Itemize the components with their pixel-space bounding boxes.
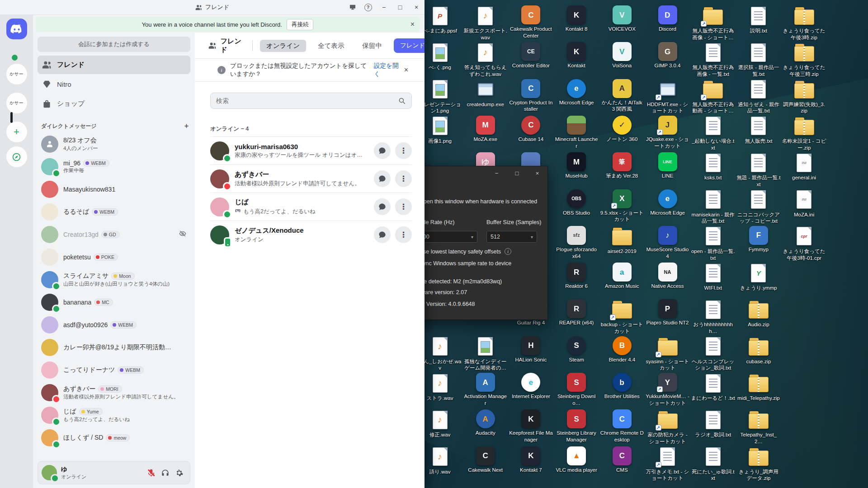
desktop-icon[interactable]: ↗無人販売不正行為画像 - ショートカッ…	[690, 5, 736, 41]
desktop-icon[interactable]: Minecraft Launcher	[554, 116, 599, 149]
dm-item[interactable]: bananana MC	[38, 291, 190, 314]
desktop-icon[interactable]: まにわーるど！.txt	[690, 373, 736, 402]
desktop-icon[interactable]: ↗万引きメモ.txt - ショートカット	[645, 446, 690, 482]
discord-home-button[interactable]	[6, 19, 27, 39]
desktop-icon[interactable]: きょうり_調声用データ.zip	[736, 446, 781, 482]
tab-all[interactable]: 全て表示	[311, 40, 350, 52]
desktop-icon[interactable]: CCubase 14	[508, 116, 553, 143]
friend-row[interactable]: じば もう高2だってよ、だるいね ⋮	[210, 192, 412, 221]
desktop-icon[interactable]: OBSOBS Studio	[554, 189, 599, 216]
desktop-icon[interactable]: AActivation Manager	[463, 373, 508, 406]
desktop-icon[interactable]: GGIMP 3.0.4	[645, 42, 690, 69]
add-friend-button[interactable]: フレンドを追加	[394, 38, 425, 53]
desktop-icon[interactable]: airset2-2019	[599, 226, 645, 255]
desktop-icon[interactable]: ↗syasinn - ショートカット	[645, 336, 690, 371]
dialog-maximize-button[interactable]: □	[507, 166, 527, 180]
dm-item[interactable]: カレー卯丼@8/19より期限不明活動…	[38, 336, 190, 359]
desktop-icon[interactable]: aAmazon Music	[599, 263, 645, 290]
dm-item[interactable]: ほしくず / SD meow	[38, 427, 190, 449]
desktop-icon[interactable]: KKontakt 7	[508, 446, 553, 474]
desktop-icon[interactable]: Audio.zip	[736, 299, 781, 328]
desktop-icon[interactable]: Yきょうり.ymmp	[736, 263, 781, 291]
server-icon-text[interactable]: かサー	[6, 64, 27, 84]
tab-online[interactable]: オンライン	[260, 40, 306, 52]
popout-monitor-icon[interactable]	[345, 0, 360, 15]
desktop-icon[interactable]: bBrother Utilities	[599, 373, 645, 400]
desktop-icon[interactable]: KKontakt 8	[554, 5, 599, 33]
desktop-icon[interactable]: KKeepforest File Manager	[508, 409, 553, 443]
banner-close-icon[interactable]: ×	[410, 20, 415, 28]
dm-item[interactable]: Masayukisnow831	[38, 178, 190, 201]
desktop-icon[interactable]: VVoiSona	[599, 42, 645, 69]
desktop-icon[interactable]: 通知うぜえ - 親作品一覧.txt	[736, 79, 781, 114]
desktop-icon[interactable]: DDiscord	[645, 5, 690, 33]
desktop-icon[interactable]: 孤独なインディーゲーム開発者の一生…	[463, 336, 508, 371]
desktop-icon[interactable]: ▲VLC media player	[554, 446, 599, 474]
desktop-icon[interactable]: おうhhhhhhhhhhh…	[690, 299, 736, 334]
more-button[interactable]: ⋮	[395, 198, 412, 215]
desktop-icon[interactable]: ✓ノートン 360	[599, 116, 645, 143]
desktop-icon[interactable]: きょうり食ってた午後三時.zip	[782, 42, 827, 77]
desktop-icon[interactable]: ♪答え知ってもらえずわこれ.wav	[463, 42, 508, 77]
explore-servers-button[interactable]	[6, 146, 27, 167]
desktop-icon[interactable]: ヘルスコンプレッション_歌詞.txt	[690, 336, 736, 371]
desktop-icon[interactable]: RREAPER (x64)	[554, 299, 599, 326]
desktop-icon[interactable]: createdump.exe	[463, 79, 508, 108]
desktop-icon[interactable]: CCrypton Product Installer	[508, 79, 553, 113]
desktop-icon[interactable]: X↗9.5.xlsx - ショートカット	[599, 189, 645, 223]
settings-button[interactable]	[172, 466, 186, 480]
more-button[interactable]: ⋮	[395, 226, 412, 243]
desktop-icon[interactable]: CEController Editor	[508, 42, 553, 69]
desktop-icon[interactable]: AAudacity	[463, 409, 508, 436]
desktop-icon[interactable]: HHALion Sonic	[508, 336, 553, 363]
dialog-minimize-button[interactable]: −	[486, 166, 507, 180]
desktop-icon[interactable]: Y↗YukkunMovieM… - ショートカット	[645, 373, 690, 406]
open-settings-link[interactable]: 設定を開く	[374, 62, 400, 78]
desktop-icon[interactable]: CCMS	[599, 446, 645, 474]
desktop-icon[interactable]: ↗家の防犯カメラ - ショートカット	[645, 409, 690, 445]
desktop-icon[interactable]: eInternet Explorer	[508, 373, 553, 400]
more-button[interactable]: ⋮	[395, 170, 412, 187]
desktop-icon[interactable]: J↗JQuake.exe - ショートカット	[645, 116, 690, 149]
desktop-icon[interactable]: manisekarin - 親作品一覧.txt	[690, 189, 736, 225]
desktop-icon[interactable]: KKontakt	[554, 42, 599, 69]
message-button[interactable]	[374, 142, 391, 159]
dm-item[interactable]: スライムアミサ Moon 山田と山田が好き(山田リョウと笑う4体の山)	[38, 268, 190, 291]
desktop-icon[interactable]: NANative Access	[645, 263, 690, 290]
friend-row[interactable]: あずきバー 活動者様以外原則フレンド申請許可してません。 ⋮	[210, 164, 412, 192]
desktop-icon[interactable]: ↗backup - ショートカット	[599, 299, 645, 334]
dm-item[interactable]: るるそば WEBM	[38, 201, 190, 223]
create-dm-button[interactable]: +	[184, 122, 189, 130]
desktop-icon[interactable]: ksks.txt	[690, 152, 736, 181]
desktop-icon[interactable]: MMuseHub	[554, 152, 599, 179]
deafen-button[interactable]	[158, 466, 172, 480]
buffer-size-select[interactable]: 512▾	[486, 231, 537, 243]
desktop-icon[interactable]: eMicrosoft Edge	[645, 189, 690, 216]
message-button[interactable]	[374, 170, 391, 187]
minimize-button[interactable]: −	[376, 0, 392, 15]
close-button[interactable]: ×	[408, 0, 425, 15]
desktop-icon[interactable]: INIgeneral.ini	[782, 152, 827, 181]
sidebar-item-nitro[interactable]: Nitro	[38, 75, 190, 94]
help-button[interactable]: ?	[360, 0, 376, 15]
desktop-icon[interactable]: RReaktor 6	[554, 263, 599, 290]
desktop-icon[interactable]: INIMoZA.ini	[782, 189, 827, 218]
desktop-icon[interactable]: _起動しない場合.txt	[690, 116, 736, 151]
dm-item[interactable]: Creator13gd GD	[38, 223, 190, 246]
desktop-icon[interactable]: 無題 - 親作品一覧.txt	[736, 152, 781, 188]
maximize-button[interactable]: □	[392, 0, 408, 15]
dm-item[interactable]: asdf@yuto0926 WEBM	[38, 314, 190, 336]
desktop-icon[interactable]: 無人販売不正行為画像 - 一覧.txt	[690, 42, 736, 77]
desktop-icon[interactable]: ♪MuseScore Studio 4	[645, 226, 690, 259]
dm-item[interactable]: じば Yume もう高2だってよ、だるいね	[38, 404, 190, 427]
friend-row[interactable]: ゼノデュス/Xenoduce オンライン ⋮	[210, 221, 412, 249]
desktop-icon[interactable]: 名称未設定1 - コピー.zip	[782, 116, 827, 151]
desktop-icon[interactable]: 選択肢 - 親作品一覧.txt	[736, 42, 781, 77]
dm-item[interactable]: あずきバー MORI 活動者様以外原則フレンド申請許可してません。	[38, 381, 190, 404]
desktop-icon[interactable]: eMicrosoft Edge	[554, 79, 599, 106]
conversation-search-button[interactable]: 会話に参加または作成する	[38, 37, 190, 52]
dm-item[interactable]: mi_96 WEBM 作業中毎	[38, 155, 190, 178]
desktop-icon[interactable]: ♪新規エクスポート.wav	[463, 5, 508, 41]
desktop-icon[interactable]: CCakewalk Product Center	[508, 5, 553, 39]
desktop-icon[interactable]: midi_Telepathy.zip	[736, 373, 781, 402]
